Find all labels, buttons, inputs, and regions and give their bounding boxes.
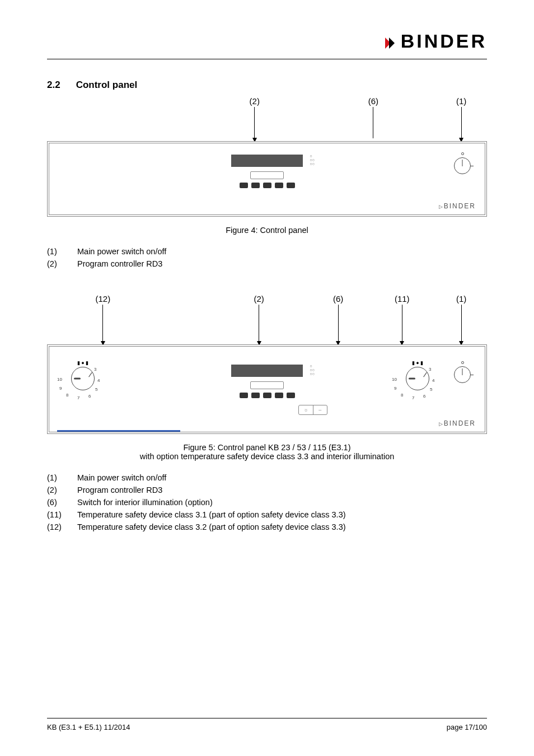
- controller-buttons: [208, 183, 326, 188]
- section-title-text: Control panel: [76, 80, 138, 91]
- list-text: Switch for interior illumination (option…: [77, 498, 213, 507]
- safety-dial-right[interactable]: ▮ ● ▮ 10 9 8 7 6 5 4 3: [395, 362, 440, 390]
- power-switch-icon: [454, 366, 471, 383]
- figure-5-caption: Figure 5: Control panel KB 23 / 53 / 115…: [47, 443, 487, 461]
- control-panel-2: ▮ ● ▮ 10 9 8 7 6 5 4 3: [47, 344, 487, 434]
- dial-led-icon: ▮ ● ▮: [77, 360, 88, 366]
- callout-1-label: (1): [456, 96, 466, 106]
- list-item: (1) Main power switch on/off: [47, 473, 487, 482]
- callout-2: (2): [250, 96, 260, 138]
- controller-button[interactable]: [240, 183, 248, 188]
- list-text: Main power switch on/off: [77, 247, 166, 256]
- section-heading: 2.2 Control panel: [47, 80, 487, 91]
- list-text: Temperature safety device class 3.2 (par…: [77, 522, 346, 531]
- panel-accent-bar: [57, 430, 180, 432]
- display-dots-icon: ○○○○○: [310, 364, 315, 376]
- dial-led-icon: ▮ ● ▮: [412, 360, 423, 366]
- controller-button[interactable]: [263, 393, 271, 398]
- callout-11-label: (11): [395, 294, 410, 304]
- callout-2-label: (2): [250, 96, 260, 106]
- section-number: 2.2: [47, 80, 60, 91]
- controller-button[interactable]: [251, 393, 260, 398]
- power-switch-icon: [454, 157, 471, 174]
- display-dots-icon: ○○○○○: [310, 154, 315, 166]
- list-num: (2): [47, 486, 66, 494]
- logo-text: BINDER: [401, 30, 487, 52]
- figure-4-caption: Figure 4: Control panel: [47, 226, 487, 235]
- legend-list-1: (1) Main power switch on/off (2) Program…: [47, 247, 487, 268]
- list-item: (2) Program controller RD3: [47, 259, 487, 268]
- callout-12-label: (12): [95, 294, 110, 304]
- illum-off-icon: –: [313, 405, 327, 414]
- callout-6b: (6): [333, 294, 343, 342]
- dial-knob-icon: [406, 367, 429, 390]
- header-rule: [47, 59, 487, 59]
- binder-logo: BINDER: [385, 30, 487, 52]
- power-indicator-icon: [461, 152, 464, 155]
- control-panel-1: ○○○○○ ▷BINDER: [47, 141, 487, 217]
- panel-brand-text: BINDER: [444, 419, 476, 427]
- list-text: Program controller RD3: [77, 486, 162, 494]
- list-item: (12) Temperature safety device class 3.2…: [47, 522, 487, 531]
- program-controller: ○○○○○: [208, 155, 326, 204]
- controller-button[interactable]: [287, 183, 295, 188]
- controller-button[interactable]: [275, 393, 283, 398]
- callout-1b-label: (1): [456, 294, 466, 304]
- power-indicator-icon: [461, 361, 464, 364]
- controller-button[interactable]: [251, 183, 260, 188]
- list-text: Program controller RD3: [77, 259, 162, 268]
- callout-11: (11): [395, 294, 410, 342]
- callout-6: (6): [368, 96, 378, 138]
- panel-brand-text: BINDER: [444, 202, 476, 210]
- controller-display: ○○○○○: [231, 365, 303, 377]
- controller-display: ○○○○○: [231, 155, 303, 167]
- header-logo-row: BINDER: [47, 30, 487, 52]
- illum-on-icon: ☼: [299, 405, 313, 414]
- controller-small-display: [250, 381, 284, 389]
- list-item: (11) Temperature safety device class 3.1…: [47, 510, 487, 519]
- list-item: (2) Program controller RD3: [47, 486, 487, 494]
- list-num: (2): [47, 259, 66, 268]
- controller-button[interactable]: [240, 393, 248, 398]
- main-power-switch-2[interactable]: [450, 361, 475, 383]
- controller-small-display: [250, 171, 284, 179]
- list-num: (12): [47, 522, 66, 531]
- figure-5-caption-l1: Figure 5: Control panel KB 23 / 53 / 115…: [47, 443, 487, 452]
- callout-12: (12): [95, 294, 110, 342]
- controller-button[interactable]: [275, 183, 283, 188]
- callout-2b: (2): [254, 294, 264, 342]
- controller-button[interactable]: [287, 393, 295, 398]
- callout-1: (1): [456, 96, 466, 138]
- list-num: (6): [47, 498, 66, 507]
- list-text: Main power switch on/off: [77, 473, 166, 482]
- figure-5-caption-l2: with option temperature safety device cl…: [47, 452, 487, 461]
- figure-4-callouts: (2) (6) (1): [47, 96, 487, 141]
- footer-right: page 17/100: [447, 723, 487, 731]
- legend-list-2: (1) Main power switch on/off (2) Program…: [47, 473, 487, 531]
- callout-6-label: (6): [368, 96, 378, 106]
- illumination-switch[interactable]: ☼ –: [298, 405, 327, 415]
- main-power-switch[interactable]: [450, 152, 475, 174]
- callout-6b-label: (6): [333, 294, 343, 304]
- callout-1b: (1): [456, 294, 466, 342]
- figure-4: (2) (6) (1) ○○○○○: [47, 96, 487, 235]
- list-item: (1) Main power switch on/off: [47, 247, 487, 256]
- figure-5-callouts: (12) (2) (6) (11) (1): [47, 294, 487, 344]
- callout-2b-label: (2): [254, 294, 264, 304]
- list-num: (1): [47, 247, 66, 256]
- panel-brand-label: ▷BINDER: [439, 202, 476, 210]
- list-text: Temperature safety device class 3.1 (par…: [77, 510, 346, 519]
- logo-mark-icon: [385, 34, 396, 49]
- figure-5: (12) (2) (6) (11) (1) ▮: [47, 294, 487, 461]
- dial-knob-icon: [71, 367, 95, 390]
- controller-button[interactable]: [263, 183, 271, 188]
- panel-brand-label-2: ▷BINDER: [439, 419, 476, 427]
- controller-buttons: [208, 393, 326, 398]
- footer-left: KB (E3.1 + E5.1) 11/2014: [47, 723, 130, 731]
- list-item: (6) Switch for interior illumination (op…: [47, 498, 487, 507]
- page-footer: KB (E3.1 + E5.1) 11/2014 page 17/100: [47, 718, 487, 731]
- safety-dial-left[interactable]: ▮ ● ▮ 10 9 8 7 6 5 4 3: [60, 362, 105, 390]
- svg-marker-1: [389, 38, 395, 49]
- list-num: (11): [47, 510, 66, 519]
- list-num: (1): [47, 473, 66, 482]
